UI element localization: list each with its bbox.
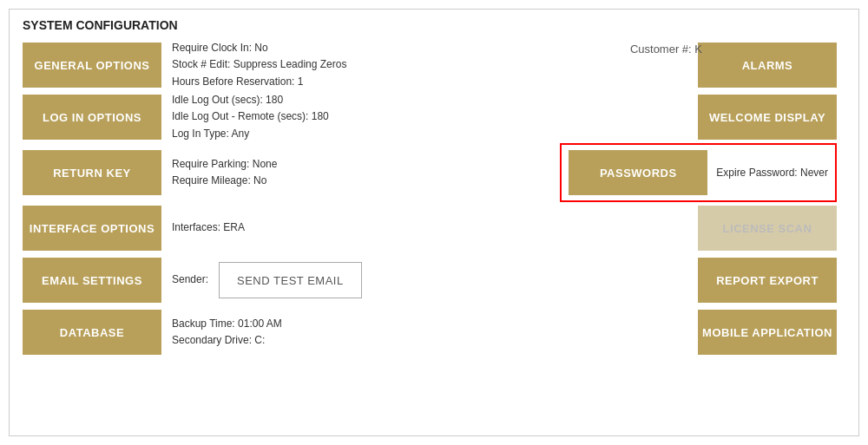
database-button[interactable]: DATABASE xyxy=(23,310,161,355)
return-key-row: RETURN KEY Require Parking: None Require… xyxy=(23,143,845,202)
passwords-button[interactable]: PASSWORDS xyxy=(569,150,707,195)
database-row: DATABASE Backup Time: 01:00 AM Secondary… xyxy=(23,306,845,358)
license-scan-button[interactable]: LICENSE SCAN xyxy=(698,206,837,251)
general-options-row: GENERAL OPTIONS Require Clock In: No Sto… xyxy=(23,39,845,91)
login-options-row: LOG IN OPTIONS Idle Log Out (secs): 180 … xyxy=(23,91,845,143)
return-key-button[interactable]: RETURN KEY xyxy=(23,150,161,195)
general-options-button[interactable]: GENERAL OPTIONS xyxy=(23,43,161,88)
welcome-display-button[interactable]: WELCOME DISPLAY xyxy=(698,95,837,140)
general-options-info: Require Clock In: No Stock # Edit: Suppr… xyxy=(172,40,346,90)
database-info: Backup Time: 01:00 AM Secondary Drive: C… xyxy=(172,316,282,349)
send-test-email-button[interactable]: SEND TEST EMAIL xyxy=(219,262,362,298)
customer-info: Customer #: K xyxy=(630,43,702,56)
report-export-button[interactable]: REPORT EXPORT xyxy=(698,258,837,303)
email-settings-info: Sender: xyxy=(172,272,208,288)
interface-options-info: Interfaces: ERA xyxy=(172,219,245,236)
return-key-info: Require Parking: None Require Mileage: N… xyxy=(172,156,277,189)
page-wrapper: SYSTEM CONFIGURATION Customer #: K GENER… xyxy=(9,9,859,436)
interface-options-button[interactable]: INTERFACE OPTIONS xyxy=(23,206,161,251)
login-options-button[interactable]: LOG IN OPTIONS xyxy=(23,95,161,140)
email-settings-row: EMAIL SETTINGS Sender: SEND TEST EMAIL R… xyxy=(23,254,845,306)
expire-password-label: Expire Password: Never xyxy=(716,167,828,179)
email-settings-button[interactable]: EMAIL SETTINGS xyxy=(23,258,161,303)
login-options-info: Idle Log Out (secs): 180 Idle Log Out - … xyxy=(172,92,329,142)
page-title: SYSTEM CONFIGURATION xyxy=(23,18,845,32)
mobile-application-button[interactable]: MOBILE APPLICATION xyxy=(698,310,837,355)
passwords-highlight-box: PASSWORDS Expire Password: Never xyxy=(560,143,837,202)
interface-options-row: INTERFACE OPTIONS Interfaces: ERA LICENS… xyxy=(23,202,845,254)
alarms-button[interactable]: ALARMS xyxy=(698,43,837,88)
